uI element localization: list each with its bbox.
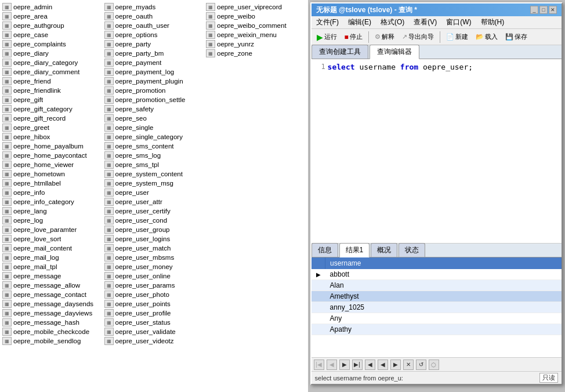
table-row[interactable]: ▶abbott: [312, 269, 562, 280]
table-item[interactable]: ▦oepre_mail_log: [1, 253, 103, 262]
table-item[interactable]: ▦oepre_hibox: [1, 132, 103, 141]
table-item[interactable]: ▦oepre_user_group: [103, 225, 205, 234]
menu-item[interactable]: 编辑(E): [346, 17, 374, 28]
nav-button-3[interactable]: ▶|: [352, 360, 363, 370]
table-item[interactable]: ▦oepre_gift: [1, 95, 103, 104]
menu-item[interactable]: 查看(V): [411, 17, 439, 28]
table-row[interactable]: Any: [312, 313, 562, 324]
nav-button-4[interactable]: ◀: [365, 360, 375, 370]
table-item[interactable]: ▦oepre_diary_category: [1, 58, 103, 67]
tab-summary[interactable]: 概况: [371, 243, 397, 257]
nav-button-0[interactable]: |◀: [314, 360, 324, 370]
table-item[interactable]: ▦oepre_mobile_sendlog: [1, 336, 103, 346]
table-item[interactable]: ▦oepre_friend: [1, 77, 103, 86]
table-item[interactable]: ▦oepre_system_content: [103, 169, 205, 179]
table-item[interactable]: ▦oepre_user_viprecord: [205, 2, 307, 12]
table-item[interactable]: ▦oepre_mail_tpl: [1, 262, 103, 271]
table-item[interactable]: ▦oepre_mobile_checkcode: [1, 327, 103, 336]
tab-info[interactable]: 信息: [312, 243, 338, 257]
table-item[interactable]: ▦oepre_diary_comment: [1, 67, 103, 77]
table-item[interactable]: ▦oepre_area: [1, 12, 103, 21]
table-item[interactable]: ▦oepre_party: [103, 39, 205, 49]
menu-item[interactable]: 窗口(W): [444, 17, 473, 28]
table-item[interactable]: ▦oepre_home_payalbum: [1, 141, 103, 151]
tab-query-editor[interactable]: 查询编辑器: [370, 45, 419, 59]
save-button[interactable]: 💾 保存: [502, 31, 530, 43]
table-item[interactable]: ▦oepre_sms_content: [103, 141, 205, 151]
table-item[interactable]: ▦oepre_seo: [103, 114, 205, 123]
nav-button-6[interactable]: ▶: [390, 360, 401, 370]
table-item[interactable]: ▦oepre_options: [103, 30, 205, 39]
table-item[interactable]: ▦oepre_weibo_comment: [205, 21, 307, 30]
table-item[interactable]: ▦oepre_single_category: [103, 132, 205, 141]
new-button[interactable]: 📄 新建: [443, 31, 471, 43]
minimize-button[interactable]: _: [530, 6, 538, 14]
table-item[interactable]: ▦oepre_friendlink: [1, 86, 103, 95]
table-item[interactable]: ▦oepre_user_online: [103, 271, 205, 281]
table-item[interactable]: ▦oepre_payment: [103, 58, 205, 67]
table-item[interactable]: ▦oepre_user_match: [103, 244, 205, 253]
table-item[interactable]: ▦oepre_greet: [1, 123, 103, 132]
table-item[interactable]: ▦oepre_zone: [205, 49, 307, 58]
table-item[interactable]: ▦oepre_oauth: [103, 12, 205, 21]
table-item[interactable]: ▦oepre_user_status: [103, 318, 205, 327]
table-item[interactable]: ▦oepre_love_paramter: [1, 225, 103, 234]
table-item[interactable]: ▦oepre_diary: [1, 49, 103, 58]
run-button[interactable]: ▶ 运行: [314, 31, 340, 43]
table-item[interactable]: ▦oepre_admin: [1, 2, 103, 12]
table-item[interactable]: ▦oepre_info: [1, 188, 103, 197]
table-item[interactable]: ▦oepre_sms_tpl: [103, 160, 205, 169]
table-item[interactable]: ▦oepre_sms_log: [103, 151, 205, 160]
table-item[interactable]: ▦oepre_lang: [1, 206, 103, 216]
table-item[interactable]: ▦oepre_user_cond: [103, 216, 205, 225]
table-item[interactable]: ▦oepre_promotion_settle: [103, 95, 205, 104]
table-item[interactable]: ▦oepre_home_viewer: [1, 160, 103, 169]
tab-result1[interactable]: 结果1: [339, 243, 370, 257]
table-item[interactable]: ▦oepre_myads: [103, 2, 205, 12]
table-item[interactable]: ▦oepre_oauth_user: [103, 21, 205, 30]
table-item[interactable]: ▦oepre_mail_content: [1, 244, 103, 253]
table-item[interactable]: ▦oepre_promotion: [103, 86, 205, 95]
table-item[interactable]: ▦oepre_user_videotz: [103, 336, 205, 346]
table-row[interactable]: anny_1025: [312, 302, 562, 313]
maximize-button[interactable]: □: [539, 6, 548, 14]
table-item[interactable]: ▦oepre_hometown: [1, 169, 103, 179]
close-button[interactable]: ✕: [549, 6, 557, 14]
table-item[interactable]: ▦oepre_message_daysends: [1, 299, 103, 308]
table-item[interactable]: ▦oepre_authgroup: [1, 21, 103, 30]
load-button[interactable]: 📂 载入: [473, 31, 501, 43]
table-item[interactable]: ▦oepre_user_profile: [103, 308, 205, 318]
explain-button[interactable]: ⚙ 解释: [372, 31, 397, 43]
table-row[interactable]: Alan: [312, 280, 562, 291]
table-item[interactable]: ▦oepre_user_money: [103, 262, 205, 271]
table-item[interactable]: ▦oepre_log: [1, 216, 103, 225]
table-row[interactable]: Apathy: [312, 324, 562, 335]
table-item[interactable]: ▦oepre_user_certify: [103, 206, 205, 216]
nav-button-1[interactable]: ◀: [327, 360, 337, 370]
nav-button-2[interactable]: ▶: [339, 360, 350, 370]
table-item[interactable]: ▦oepre_message_contact: [1, 290, 103, 299]
table-item[interactable]: ▦oepre_user_attr: [103, 197, 205, 206]
table-item[interactable]: ▦oepre_user_photo: [103, 290, 205, 299]
menu-item[interactable]: 文件(F): [314, 17, 341, 28]
stop-button[interactable]: ■ 停止: [342, 31, 365, 43]
table-item[interactable]: ▦oepre_gift_record: [1, 114, 103, 123]
table-item[interactable]: ▦oepre_party_bm: [103, 49, 205, 58]
table-item[interactable]: ▦oepre_home_paycontact: [1, 151, 103, 160]
table-item[interactable]: ▦oepre_user_mbsms: [103, 253, 205, 262]
table-row[interactable]: Amethyst: [312, 291, 562, 302]
table-item[interactable]: ▦oepre_htmllabel: [1, 179, 103, 188]
table-item[interactable]: ▦oepre_gift_category: [1, 104, 103, 114]
table-item[interactable]: ▦oepre_yunrz: [205, 39, 307, 49]
table-item[interactable]: ▦oepre_payment_plugin: [103, 77, 205, 86]
table-item[interactable]: ▦oepre_user: [103, 188, 205, 197]
table-item[interactable]: ▦oepre_complaints: [1, 39, 103, 49]
table-item[interactable]: ▦oepre_weibo: [205, 12, 307, 21]
nav-button-5[interactable]: ◀: [378, 360, 388, 370]
query-editor[interactable]: 1 select username from oepre_user;: [312, 59, 562, 244]
table-item[interactable]: ▦oepre_system_msg: [103, 179, 205, 188]
table-item[interactable]: ▦oepre_message: [1, 271, 103, 281]
table-item[interactable]: ▦oepre_user_logins: [103, 234, 205, 244]
menu-item[interactable]: 格式(O): [378, 17, 407, 28]
table-item[interactable]: ▦oepre_weixin_menu: [205, 30, 307, 39]
